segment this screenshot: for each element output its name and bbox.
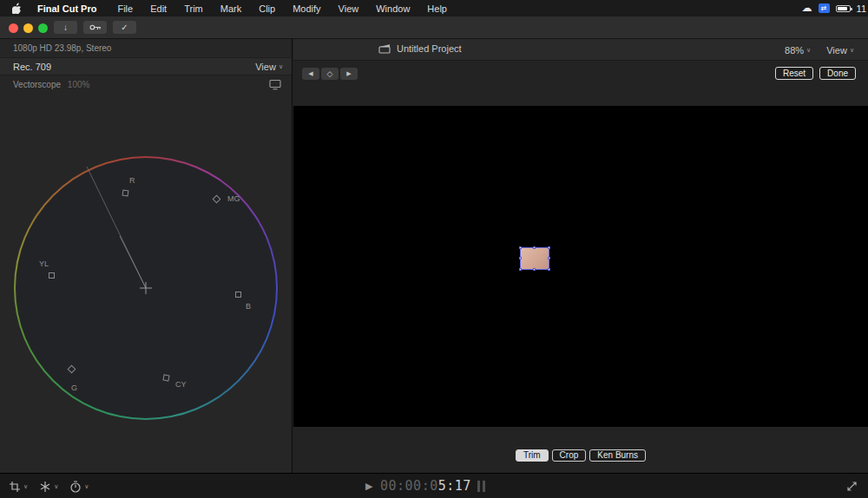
scope-percent: 100% xyxy=(68,80,90,89)
keyword-editor-button[interactable] xyxy=(83,21,107,34)
ken-burns-mode-button[interactable]: Ken Burns xyxy=(589,449,646,462)
target-label-yl: YL xyxy=(39,259,49,268)
key-icon xyxy=(89,23,102,31)
clip-handle-mid-left[interactable] xyxy=(519,257,522,259)
import-media-button[interactable]: ↓ xyxy=(54,21,77,34)
menubar-clock[interactable]: 11 xyxy=(857,3,866,14)
menu-modify[interactable]: Modify xyxy=(284,3,329,14)
clip-handle-bottom-center[interactable] xyxy=(533,268,536,271)
viewer-view-label: View xyxy=(826,45,847,56)
chevron-down-icon: ∨ xyxy=(806,47,811,54)
vectorscope: R MG YL B CY G xyxy=(0,95,293,473)
target-label-mg: MG xyxy=(227,194,240,203)
menu-clip[interactable]: Clip xyxy=(250,3,284,14)
clip-handle-top-center[interactable] xyxy=(533,246,536,249)
zoom-level: 88% xyxy=(785,45,804,56)
audio-meter-left xyxy=(477,481,480,492)
colorspace-row: Rec. 709 View ∨ xyxy=(0,57,292,75)
menu-app-name[interactable]: Final Cut Pro xyxy=(32,3,102,14)
project-title-group: Untitled Project xyxy=(378,43,462,54)
done-button[interactable]: Done xyxy=(819,67,856,80)
chevron-down-icon: ∨ xyxy=(279,58,283,75)
clip-handle-mid-right[interactable] xyxy=(548,257,550,259)
trim-mode-button[interactable]: Trim xyxy=(516,449,549,462)
crop-mode-button[interactable]: Crop xyxy=(552,449,587,462)
down-arrow-icon: ↓ xyxy=(63,23,68,32)
retime-tool-dropdown[interactable]: ∨ xyxy=(69,481,89,493)
previous-keyframe-button[interactable]: ◀ xyxy=(302,68,319,80)
reset-done-group: Reset Done xyxy=(775,67,856,80)
target-label-g: G xyxy=(71,383,77,392)
battery-icon[interactable] xyxy=(836,5,851,12)
next-keyframe-button[interactable]: ▶ xyxy=(340,68,358,80)
audio-meters-icon[interactable] xyxy=(477,481,485,492)
target-label-b: B xyxy=(246,302,251,311)
transport-bar: ∨ ∨ ∨ ▶ 00:00:05:17 xyxy=(0,473,868,498)
chevron-down-icon: ∨ xyxy=(23,483,28,490)
clip-handle-bottom-left[interactable] xyxy=(519,268,522,271)
scope-name: Vectorscope xyxy=(13,80,61,89)
scope-title-row: Vectorscope 100% xyxy=(0,75,292,95)
chevron-down-icon: ∨ xyxy=(84,483,89,490)
window-toolbar: ↓ ✓ xyxy=(0,16,868,39)
minimize-button[interactable] xyxy=(23,23,33,33)
clip-handle-top-right[interactable] xyxy=(548,246,550,249)
zoom-button[interactable] xyxy=(38,23,48,33)
clip-handle-top-left[interactable] xyxy=(519,246,522,249)
expand-icon[interactable] xyxy=(846,481,858,492)
menu-trim[interactable]: Trim xyxy=(175,3,212,14)
selected-clip[interactable] xyxy=(520,247,549,270)
effects-tool-dropdown[interactable]: ∨ xyxy=(39,481,58,493)
keyframe-diamond-icon: ◇ xyxy=(327,69,333,78)
target-box-cy xyxy=(162,374,169,381)
target-label-cy: CY xyxy=(175,380,187,389)
prev-arrow-icon: ◀ xyxy=(308,70,312,77)
audio-meter-right xyxy=(483,481,485,492)
transform-mode-group: Trim Crop Ken Burns xyxy=(516,449,646,462)
target-box-yl xyxy=(49,272,55,278)
apple-menu[interactable] xyxy=(0,3,32,14)
cloud-download-icon[interactable]: ☁ xyxy=(802,0,812,16)
clip-handle-bottom-right[interactable] xyxy=(548,268,550,271)
target-label-r: R xyxy=(129,176,135,185)
viewer-header-right: 88% ∨ View ∨ xyxy=(785,39,854,61)
menu-help[interactable]: Help xyxy=(418,3,456,14)
timecode-prefix: 00:00:0 xyxy=(380,478,438,494)
timer-icon xyxy=(69,481,82,493)
viewer-canvas xyxy=(293,106,868,427)
check-icon: ✓ xyxy=(121,23,128,32)
timecode-display[interactable]: 00:00:05:17 xyxy=(380,478,471,494)
timecode-value: 5:17 xyxy=(438,478,471,494)
menu-edit[interactable]: Edit xyxy=(141,3,175,14)
crop-icon xyxy=(9,481,21,493)
timeline-tools: ∨ ∨ ∨ xyxy=(9,474,89,498)
scopes-panel: 1080p HD 23.98p, Stereo Rec. 709 View ∨ … xyxy=(0,39,293,473)
next-arrow-icon: ▶ xyxy=(346,70,351,77)
format-info: 1080p HD 23.98p, Stereo xyxy=(0,39,292,57)
viewer-panel: Untitled Project 88% ∨ View ∨ ◀ ◇ xyxy=(293,39,868,473)
screen-mirroring-icon[interactable]: ⇄ xyxy=(819,3,830,13)
reset-button[interactable]: Reset xyxy=(775,67,813,80)
menu-window[interactable]: Window xyxy=(367,3,418,14)
scope-display-icon[interactable] xyxy=(269,79,281,90)
menubar: Final Cut Pro File Edit Trim Mark Clip M… xyxy=(0,0,868,16)
play-button[interactable]: ▶ xyxy=(365,481,372,492)
crop-tool-dropdown[interactable]: ∨ xyxy=(9,481,28,493)
scope-view-label: View xyxy=(255,58,276,75)
final-cut-pro-window: Final Cut Pro File Edit Trim Mark Clip M… xyxy=(0,0,868,498)
add-keyframe-button[interactable]: ◇ xyxy=(321,68,339,80)
keyframe-nav-group: ◀ ◇ ▶ xyxy=(302,68,358,80)
menubar-status-area: ☁ ⇄ 11 xyxy=(802,0,868,16)
colorspace-label: Rec. 709 xyxy=(13,62,51,72)
scope-view-dropdown[interactable]: View ∨ xyxy=(255,58,283,75)
menu-view[interactable]: View xyxy=(330,3,368,14)
background-tasks-button[interactable]: ✓ xyxy=(113,21,136,34)
menu-mark[interactable]: Mark xyxy=(212,3,250,14)
viewer-view-dropdown[interactable]: View ∨ xyxy=(826,45,854,56)
apple-icon xyxy=(12,3,22,14)
close-button[interactable] xyxy=(9,23,18,33)
zoom-dropdown[interactable]: 88% ∨ xyxy=(785,45,811,56)
vectorscope-center-cross xyxy=(140,282,152,294)
toolbar-buttons: ↓ ✓ xyxy=(54,21,136,34)
menu-file[interactable]: File xyxy=(108,3,141,14)
